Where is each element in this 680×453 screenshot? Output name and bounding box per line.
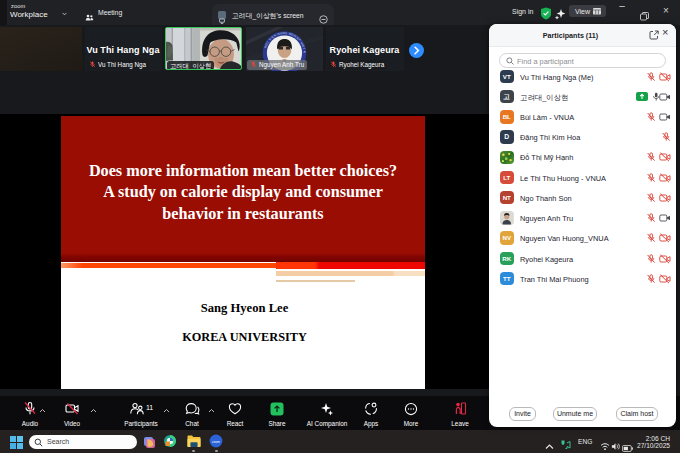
svg-text:zoom: zoom bbox=[212, 440, 220, 444]
svg-text:11: 11 bbox=[146, 404, 153, 411]
